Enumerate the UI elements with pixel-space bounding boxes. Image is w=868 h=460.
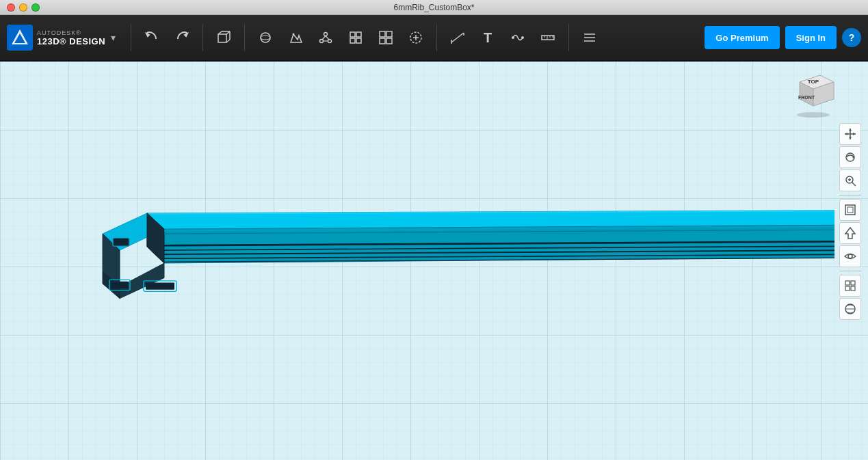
premium-area: Go Premium Sign In ? [705,26,861,49]
svg-marker-86 [845,228,855,239]
zoom-button[interactable] [839,170,861,191]
titlebar: 6mmRib_CustomBox* [0,0,868,15]
right-toolbar [839,123,861,320]
svg-rect-18 [356,32,361,37]
eye-view-button[interactable] [839,245,861,267]
svg-rect-19 [350,38,355,43]
go-premium-button[interactable]: Go Premium [705,26,779,49]
brand-name: AUTODESK® [37,29,105,36]
minimize-button[interactable] [19,3,27,12]
svg-point-13 [328,40,332,43]
pattern-button[interactable] [373,25,398,50]
svg-rect-89 [851,281,855,285]
svg-text:TOP: TOP [808,79,819,85]
svg-rect-23 [380,38,385,44]
svg-rect-17 [350,32,355,37]
svg-rect-58 [146,282,174,289]
svg-line-14 [322,36,326,40]
snap-button[interactable] [505,25,530,50]
close-button[interactable] [7,3,15,12]
svg-point-12 [320,40,324,43]
home-view-button[interactable] [839,222,861,244]
box-tool-button[interactable] [211,25,236,50]
rt-divider-1 [839,195,861,195]
material-button[interactable] [839,298,861,320]
svg-line-15 [326,36,329,40]
app-menu-dropdown[interactable]: ▾ [111,32,116,43]
divider-5 [568,24,569,51]
svg-point-32 [521,36,524,39]
modify-button[interactable] [343,25,368,50]
sketch-button[interactable] [283,25,308,50]
viewcube[interactable]: TOP FRONT [793,68,834,116]
svg-rect-33 [542,36,554,40]
3d-model [0,116,834,410]
rt-divider-2 [839,271,861,271]
svg-rect-90 [845,286,850,290]
svg-rect-88 [845,281,850,285]
svg-point-66 [797,112,830,118]
autodesk-logo-icon [7,25,33,51]
viewcube-svg: TOP FRONT [793,68,841,118]
divider-2 [202,24,203,51]
maximize-button[interactable] [31,3,40,12]
svg-point-87 [848,254,852,258]
logo-area: AUTODESK® 123D® DESIGN ▾ [7,25,116,51]
svg-marker-74 [849,128,852,131]
svg-marker-75 [849,137,852,139]
redo-button[interactable] [170,25,194,50]
help-button[interactable]: ? [842,28,861,47]
grid-toggle-button[interactable] [839,275,861,297]
svg-line-81 [852,182,856,186]
svg-rect-85 [847,207,853,213]
pan-button[interactable] [839,123,861,145]
window-title: 6mmRib_CustomBox* [393,3,474,12]
svg-rect-84 [845,205,855,215]
svg-rect-50 [113,238,129,246]
layers-button[interactable] [577,25,602,50]
orbit-button[interactable] [839,146,861,168]
logo-text: AUTODESK® 123D® DESIGN [37,29,105,46]
svg-rect-2 [218,34,226,42]
product-name: 123D® DESIGN [37,36,105,46]
svg-point-11 [324,33,328,36]
svg-marker-76 [845,133,847,135]
primitives-button[interactable] [253,25,278,50]
divider-1 [131,24,131,51]
svg-point-31 [512,36,514,39]
svg-point-9 [261,36,270,40]
divider-4 [436,24,437,51]
titlebar-buttons [7,3,40,12]
svg-rect-91 [851,286,855,290]
svg-text:FRONT: FRONT [798,95,815,100]
text-button[interactable]: T [475,25,500,50]
svg-marker-77 [853,133,856,135]
svg-point-10 [293,33,295,36]
svg-rect-20 [356,38,361,43]
viewport[interactable]: TOP FRONT [0,62,868,460]
divider-3 [244,24,245,51]
construct-button[interactable] [313,25,338,50]
fit-view-button[interactable] [839,199,861,221]
svg-rect-21 [380,31,385,37]
svg-point-8 [261,33,270,42]
measure-button[interactable] [445,25,470,50]
ruler-button[interactable] [536,25,560,50]
group-button[interactable] [404,25,428,50]
sign-in-button[interactable]: Sign In [785,26,837,49]
svg-rect-24 [386,38,392,44]
svg-rect-56 [111,282,128,288]
main-toolbar: AUTODESK® 123D® DESIGN ▾ [0,15,868,62]
svg-line-28 [451,33,464,42]
undo-button[interactable] [140,25,164,50]
svg-rect-22 [386,31,392,37]
